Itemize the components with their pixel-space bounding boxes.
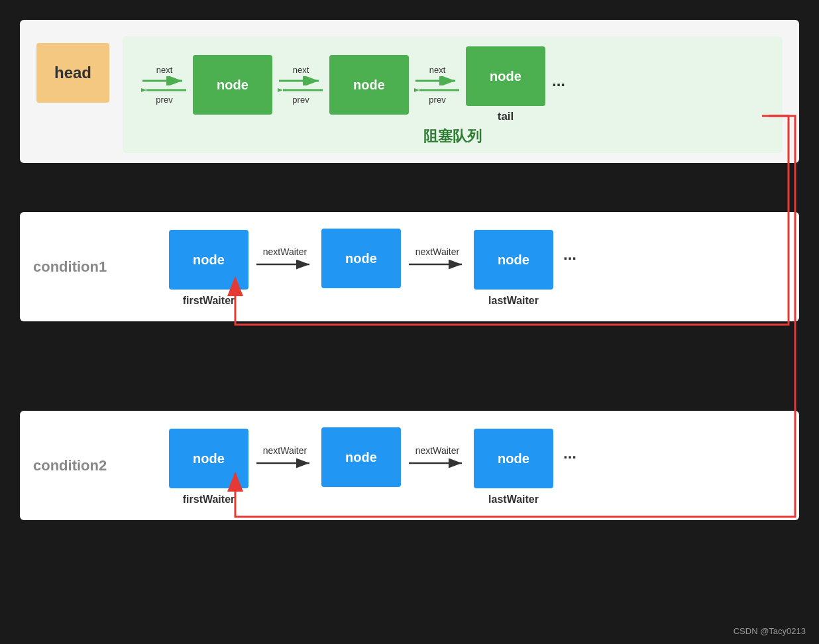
top-section: head next (20, 20, 799, 163)
last-waiter-label-2: lastWaiter (488, 494, 539, 506)
first-waiter-label-2: firstWaiter (183, 494, 235, 506)
condition1-label: condition1 (33, 258, 107, 276)
cond1-next-waiter-arrow-1 (255, 258, 315, 270)
cond1-node-2: node (321, 229, 401, 288)
cond1-arrow-2: nextWaiter (408, 246, 467, 270)
main-container: head next (0, 0, 819, 644)
green-node-2: node (329, 55, 409, 115)
cond2-arrow-1: nextWaiter (255, 445, 315, 469)
condition2-section: condition2 node firstWaiter nextWaiter (20, 411, 799, 520)
cond1-dots: ··· (563, 249, 576, 268)
top-dots: ··· (552, 76, 565, 94)
node2-to-node3-arrows: next prev (414, 65, 461, 105)
tail-label: tail (498, 110, 514, 123)
cond2-node-1: node (169, 429, 248, 488)
next-arrow-2 (278, 76, 324, 85)
prev-arrow-2 (278, 85, 324, 95)
cond2-next-waiter-arrow-1 (255, 457, 315, 469)
cond2-node-last: node (474, 429, 553, 488)
cond1-node-last: node (474, 230, 553, 290)
next-arrow-3 (414, 76, 461, 85)
head-node: head (36, 43, 109, 103)
head-to-node1-arrows: next prev (141, 65, 188, 105)
queue-label: 阻塞队列 (136, 127, 769, 146)
last-waiter-label-1: lastWaiter (488, 295, 539, 307)
condition1-section: condition1 node firstWaiter nextWaiter (20, 212, 799, 321)
cond1-node-1: node (169, 230, 248, 290)
node1-to-node2-arrows: next prev (278, 65, 324, 105)
cond1-next-waiter-arrow-2 (408, 258, 467, 270)
first-waiter-label-1: firstWaiter (183, 295, 235, 307)
cond1-arrow-1: nextWaiter (255, 246, 315, 270)
watermark: CSDN @Tacy0213 (734, 626, 806, 636)
prev-arrow-1 (141, 85, 188, 95)
cond2-node-2: node (321, 427, 401, 487)
condition2-label: condition2 (33, 457, 107, 474)
prev-arrow-3 (414, 85, 461, 95)
next-arrow-1 (141, 76, 188, 85)
cond2-arrow-2: nextWaiter (408, 445, 467, 469)
cond2-dots: ··· (563, 448, 576, 466)
green-node-1: node (193, 55, 272, 115)
green-node-tail: node (466, 46, 545, 106)
cond2-next-waiter-arrow-2 (408, 457, 467, 469)
